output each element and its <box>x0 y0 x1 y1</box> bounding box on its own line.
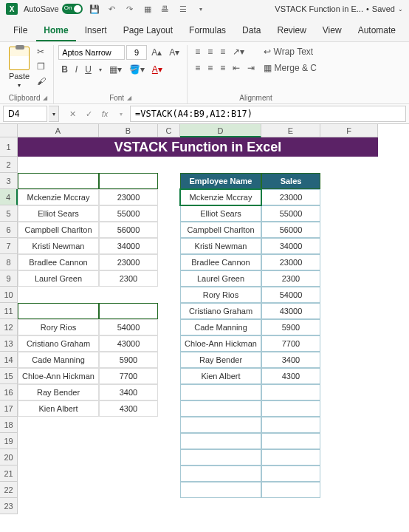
font-size-input[interactable] <box>126 45 147 60</box>
decrease-indent-icon[interactable]: ⇤ <box>230 61 243 75</box>
redo-icon[interactable]: ↷ <box>124 3 136 15</box>
row-header-3[interactable]: 3 <box>0 173 18 189</box>
row-header-8[interactable]: 8 <box>0 254 18 270</box>
row-header-14[interactable]: 14 <box>0 352 18 368</box>
row-header-21[interactable]: 21 <box>0 466 18 482</box>
cut-icon[interactable]: ✂ <box>34 45 49 58</box>
name-box-dropdown[interactable]: ▾ <box>49 106 59 122</box>
cell[interactable] <box>261 482 320 498</box>
row-header-4[interactable]: 4 <box>0 189 18 205</box>
qat-customize-icon[interactable]: ▾ <box>195 3 207 15</box>
row-header-13[interactable]: 13 <box>0 335 18 352</box>
cell[interactable]: Employee Name <box>180 173 261 189</box>
italic-button[interactable]: I <box>72 63 80 76</box>
tab-file[interactable]: File <box>6 21 35 41</box>
row-header-7[interactable]: 7 <box>0 238 18 254</box>
cell[interactable]: Cade Manning <box>180 319 261 335</box>
wrap-text-button[interactable]: ↩ Wrap Text <box>261 45 316 58</box>
col-header-D[interactable]: D <box>180 124 261 137</box>
cell[interactable]: 23000 <box>261 189 320 205</box>
cell[interactable] <box>180 449 261 466</box>
bold-button[interactable]: B <box>58 63 71 76</box>
cell[interactable] <box>261 466 320 482</box>
cell[interactable]: Mckenzie Mccray <box>18 189 99 205</box>
align-top-icon[interactable]: ≡ <box>192 45 203 58</box>
qat-icon-2[interactable]: 🖶 <box>159 3 171 15</box>
save-icon[interactable]: 💾 <box>89 3 100 15</box>
cell[interactable]: 2300 <box>261 270 320 287</box>
cell[interactable] <box>180 384 261 400</box>
row-header-19[interactable]: 19 <box>0 433 18 449</box>
tab-page-layout[interactable]: Page Layout <box>116 21 180 41</box>
cell[interactable]: 54000 <box>261 287 320 303</box>
cell[interactable]: 4300 <box>99 400 158 417</box>
row-header-1[interactable]: 1 <box>0 137 18 157</box>
tab-home[interactable]: Home <box>36 21 75 41</box>
fx-icon[interactable]: fx <box>97 106 112 122</box>
cell[interactable]: Mckenzie Mccray <box>180 189 261 205</box>
cell[interactable]: Rory Rios <box>180 287 261 303</box>
row-header-5[interactable]: 5 <box>0 205 18 222</box>
cell[interactable]: Employee Name <box>18 303 99 319</box>
col-header-F[interactable]: F <box>320 124 378 137</box>
copy-icon[interactable]: ❐ <box>34 60 49 73</box>
cell[interactable]: 5900 <box>99 352 158 368</box>
row-header-2[interactable]: 2 <box>0 157 18 173</box>
enter-formula-icon[interactable]: ✓ <box>81 106 96 122</box>
name-box[interactable] <box>3 106 47 122</box>
cell[interactable]: Elliot Sears <box>180 205 261 222</box>
col-header-B[interactable]: B <box>99 124 158 137</box>
cell[interactable]: 5900 <box>261 319 320 335</box>
row-header-23[interactable]: 23 <box>0 498 18 514</box>
font-dialog-launcher[interactable]: ◢ <box>127 95 131 101</box>
cell[interactable]: Cristiano Graham <box>18 335 99 352</box>
cell[interactable]: 54000 <box>99 319 158 335</box>
col-header-C[interactable]: C <box>158 124 180 137</box>
qat-icon-1[interactable]: ▦ <box>142 3 154 15</box>
tab-view[interactable]: View <box>315 21 349 41</box>
format-painter-icon[interactable]: 🖌 <box>34 75 49 88</box>
tab-formulas[interactable]: Formulas <box>182 21 233 41</box>
merge-button[interactable]: ▦ Merge & C <box>261 61 320 75</box>
cell[interactable]: Ray Bender <box>180 352 261 368</box>
cell[interactable]: 3400 <box>261 352 320 368</box>
sheet-title[interactable]: VSTACK Function in Excel <box>18 137 378 157</box>
underline-button[interactable]: U <box>82 63 94 76</box>
cell[interactable]: 3400 <box>99 384 158 400</box>
cell[interactable]: 34000 <box>261 238 320 254</box>
row-header-20[interactable]: 20 <box>0 449 18 466</box>
row-header-12[interactable]: 12 <box>0 319 18 335</box>
row-header-22[interactable]: 22 <box>0 482 18 498</box>
cell[interactable] <box>180 400 261 417</box>
col-header-E[interactable]: E <box>261 124 320 137</box>
tab-review[interactable]: Review <box>269 21 313 41</box>
cell[interactable]: Kien Albert <box>18 400 99 417</box>
cell[interactable]: Employee Name <box>18 173 99 189</box>
cell[interactable] <box>261 384 320 400</box>
cell[interactable]: 4300 <box>261 368 320 384</box>
borders-icon[interactable]: ▦▾ <box>106 63 125 76</box>
cell[interactable]: Chloe-Ann Hickman <box>180 335 261 352</box>
cell[interactable]: Elliot Sears <box>18 205 99 222</box>
row-header-16[interactable]: 16 <box>0 384 18 400</box>
cell[interactable]: Bradlee Cannon <box>180 254 261 270</box>
cell[interactable]: Ray Bender <box>18 384 99 400</box>
cell[interactable]: Kien Albert <box>180 368 261 384</box>
cell[interactable]: Laurel Green <box>180 270 261 287</box>
cell[interactable]: 55000 <box>261 205 320 222</box>
tab-data[interactable]: Data <box>235 21 268 41</box>
row-header-9[interactable]: 9 <box>0 270 18 287</box>
cell[interactable]: 23000 <box>99 189 158 205</box>
undo-icon[interactable]: ↶ <box>106 3 118 15</box>
cell[interactable]: Kristi Newman <box>18 238 99 254</box>
cell[interactable]: 43000 <box>99 335 158 352</box>
tab-automate[interactable]: Automate <box>351 21 403 41</box>
align-left-icon[interactable]: ≡ <box>192 61 203 75</box>
cell[interactable] <box>180 417 261 433</box>
autosave-toggle[interactable]: On <box>62 4 83 14</box>
cell[interactable]: 23000 <box>261 254 320 270</box>
cell[interactable]: 56000 <box>99 222 158 238</box>
increase-indent-icon[interactable]: ⇥ <box>244 61 258 75</box>
cell[interactable]: 43000 <box>261 303 320 319</box>
paste-button[interactable]: Paste ▾ <box>7 45 31 90</box>
